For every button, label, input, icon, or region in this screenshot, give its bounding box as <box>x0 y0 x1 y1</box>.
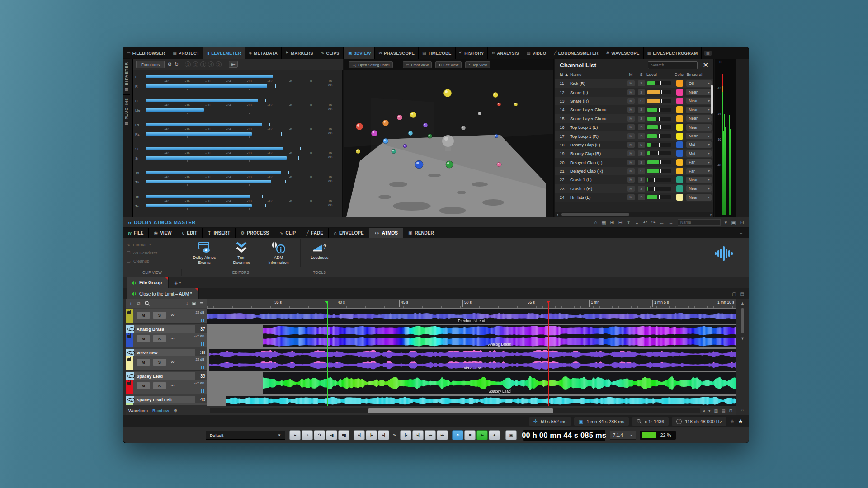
track-view-icon[interactable]: ↕ <box>186 301 188 306</box>
mute-button[interactable]: M <box>627 177 635 183</box>
zoom-tool-icon[interactable]: ⌂ <box>741 408 744 412</box>
solo-button[interactable]: S <box>638 168 645 174</box>
lock-icon[interactable] <box>127 382 131 385</box>
header-icon[interactable]: ← <box>660 220 665 225</box>
channel-color-swatch[interactable] <box>676 176 683 183</box>
trim-downmix-button[interactable]: TrimDownmix <box>223 239 259 268</box>
loop-button[interactable]: ↻ <box>452 430 463 440</box>
view-button-front-view[interactable]: ▭Front View <box>403 61 432 68</box>
favorite-icon[interactable]: ★ <box>738 418 743 425</box>
mute-button[interactable]: M <box>627 168 635 174</box>
selection-length[interactable]: ▣ 1 mn 34 s 286 ms <box>574 417 629 426</box>
transport-button[interactable]: ■▮ <box>338 430 349 440</box>
channel-config-select[interactable]: 7.1.4▼ <box>610 431 636 440</box>
column-header[interactable]: Name <box>570 72 626 77</box>
transport-button[interactable]: ▸| <box>378 430 389 440</box>
link-icon[interactable]: ∞ <box>171 359 175 364</box>
transport-button[interactable]: ▸▮ <box>326 430 337 440</box>
solo-button[interactable]: S <box>638 150 645 156</box>
solo-button[interactable]: S <box>638 177 645 183</box>
tab-waveform[interactable]: Waveform <box>128 408 148 413</box>
binaural-select[interactable]: Near▼ <box>686 115 712 122</box>
solo-button[interactable]: S <box>638 80 645 86</box>
channel-color-swatch[interactable] <box>676 141 683 148</box>
header-icon[interactable]: ↷ <box>651 220 656 225</box>
track-solo-button[interactable]: S <box>153 335 166 342</box>
mute-button[interactable]: M <box>627 98 635 104</box>
object-sphere[interactable] <box>495 134 498 138</box>
panel-tab-timecode[interactable]: ▤TIMECODE <box>419 47 455 59</box>
object-sphere[interactable] <box>497 103 501 106</box>
solo-button[interactable]: S <box>638 89 645 95</box>
header-icon[interactable]: ▾ <box>725 220 727 225</box>
channel-list-hscrollbar[interactable]: ◂ ▸ <box>555 212 713 217</box>
channel-row[interactable]: 20Delayed Clap (L)MSFar▼ <box>555 158 713 167</box>
menu-view[interactable]: ◉VIEW <box>149 228 177 238</box>
corner-icon[interactable]: ◂ <box>703 408 705 413</box>
channel-row[interactable]: 13Snare (R)MSNear▼ <box>555 97 713 105</box>
scroll-thumb[interactable] <box>561 213 629 216</box>
menu-clip[interactable]: ∿CLIP <box>274 228 301 238</box>
view-button-left-view[interactable]: ◧Left View <box>435 61 462 68</box>
object-sphere[interactable] <box>493 92 498 98</box>
horizontal-scroll-thumb[interactable] <box>368 408 553 413</box>
track-mute-button[interactable]: M <box>137 312 150 319</box>
track-view-icon[interactable]: ≣ <box>200 301 203 306</box>
side-tab-plug-ins[interactable]: ▦ PLUG-INS <box>123 94 130 129</box>
binaural-select[interactable]: Near▼ <box>686 124 712 131</box>
object-sphere[interactable] <box>514 103 518 106</box>
menu-file[interactable]: wFILE <box>123 228 149 238</box>
loudness-button[interactable]: ? Loudness <box>304 239 335 268</box>
mute-button[interactable]: M <box>627 107 635 113</box>
track-solo-button[interactable]: S <box>153 382 166 389</box>
audio-clip[interactable]: Verve new <box>209 349 736 371</box>
binaural-select[interactable]: Near▼ <box>686 107 712 113</box>
binaural-select[interactable]: Far▼ <box>686 159 712 165</box>
object-sphere[interactable] <box>443 89 452 97</box>
audio-clip[interactable] <box>226 396 736 406</box>
track-name-row[interactable]: Analog Brass37 <box>126 325 207 333</box>
lock-icon[interactable] <box>127 311 131 314</box>
column-header[interactable]: M <box>626 72 636 77</box>
panel-tab-clips[interactable]: ∿CLIPS <box>317 47 344 59</box>
preset-slot[interactable]: 1 <box>185 61 191 67</box>
link-icon[interactable]: ∞ <box>171 312 175 317</box>
channel-row[interactable]: 24Hi Hats (L)MSNear▼ <box>555 193 713 202</box>
audio-clip[interactable]: Spacey Lead <box>263 372 736 394</box>
play-cursor[interactable] <box>548 301 549 406</box>
menu-atmos[interactable]: ◖◗ATMOS <box>369 228 403 238</box>
clipview-format[interactable]: ∿Format▾ <box>127 240 180 249</box>
transport-nav-button[interactable]: ▸| <box>412 430 424 440</box>
channel-row[interactable]: 17Top Loop 1 (R)MSNear▼ <box>555 131 713 140</box>
column-header[interactable]: Binaural <box>686 72 713 77</box>
channel-row[interactable]: 11Kick (R)MSOff▼ <box>555 79 713 88</box>
object-sphere[interactable] <box>382 120 389 126</box>
3d-scene[interactable] <box>344 70 554 217</box>
track-solo-button[interactable]: S <box>153 312 166 319</box>
column-header[interactable]: S <box>636 72 646 77</box>
mute-button[interactable]: M <box>627 133 635 139</box>
horizontal-scrollbar[interactable] <box>210 408 700 413</box>
preset-slot[interactable]: 3 <box>200 61 206 67</box>
transport-preset-select[interactable]: Default▼ <box>206 431 285 440</box>
track-name-row[interactable]: Spacey Lead39 <box>126 372 207 380</box>
scroll-left-icon[interactable]: ◂ <box>555 213 560 216</box>
montage-tab[interactable]: Close to the Limit – ADM * <box>127 288 199 299</box>
mute-button[interactable]: M <box>627 150 635 156</box>
channel-color-swatch[interactable] <box>676 133 683 140</box>
binaural-select[interactable]: Near▼ <box>686 194 712 201</box>
panel-tab-history[interactable]: ↶HISTORY <box>456 47 488 59</box>
view-button-top-view[interactable]: ◓Top View <box>465 61 490 68</box>
play-button[interactable]: ▶ <box>476 430 488 440</box>
mute-button[interactable]: M <box>627 116 635 122</box>
channel-row[interactable]: 18Roomy Clap (L)MSMid▼ <box>555 141 713 149</box>
channel-row[interactable]: 16Top Loop 1 (L)MSNear▼ <box>555 123 713 131</box>
track-color-strip[interactable] <box>126 403 133 405</box>
track-mute-button[interactable]: M <box>137 335 150 342</box>
channel-color-swatch[interactable] <box>676 168 683 174</box>
mute-button[interactable]: M <box>627 186 635 192</box>
montage-timeline[interactable]: 35 s40 s45 s50 s55 s1 mn1 mn 5 s1 mn 10 … <box>207 299 736 406</box>
transport-nav-button[interactable]: |◂ <box>400 430 411 440</box>
chevron-down-icon[interactable]: ▾ <box>179 281 181 285</box>
header-icon[interactable]: ↶ <box>643 220 647 225</box>
